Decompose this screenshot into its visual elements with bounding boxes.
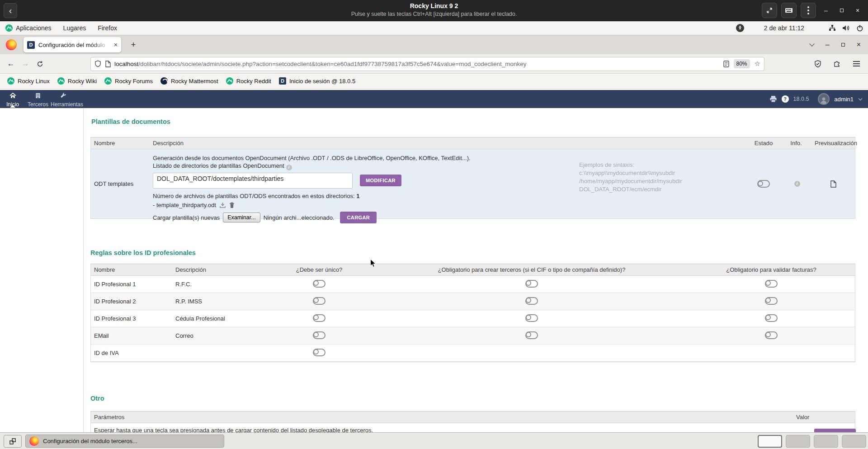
mandatory-invoice-toggle-off[interactable] — [765, 331, 778, 339]
status-toggle-off[interactable] — [757, 180, 770, 188]
user-avatar[interactable] — [818, 93, 830, 105]
protections-shield-check-icon[interactable] — [814, 60, 821, 68]
workspace-2[interactable] — [786, 435, 810, 448]
menu-item-thirdparties[interactable]: Terceros — [25, 90, 51, 108]
col-header-info: Info. — [781, 140, 811, 147]
syntax-line: /home/myapp/mydocumentdir/mysubdir — [579, 177, 682, 185]
bookmark-rocky-linux[interactable]: Rocky Linux — [7, 77, 50, 85]
workspace-1[interactable] — [758, 435, 782, 448]
help-icon[interactable]: ? — [782, 95, 789, 103]
col-header-parametros: Parámetros — [91, 414, 793, 421]
rocky-distro-icon — [5, 24, 13, 32]
page-info-icon[interactable] — [105, 61, 111, 67]
mandatory-invoice-toggle-off[interactable] — [765, 314, 778, 322]
accessibility-icon[interactable] — [736, 24, 744, 32]
module-info-icon[interactable]: i — [794, 181, 800, 187]
list-tabs-chevron-icon[interactable] — [809, 41, 814, 46]
browse-file-button[interactable]: Examinar... — [223, 213, 260, 222]
zoom-level-badge[interactable]: 80% — [734, 59, 750, 68]
home-icon — [9, 93, 16, 99]
firefox-logo-icon — [6, 39, 17, 50]
bookmark-star-icon[interactable]: ☆ — [755, 60, 760, 68]
mandatory-invoice-toggle-off[interactable] — [765, 280, 778, 288]
new-tab-button[interactable]: + — [127, 40, 139, 50]
reload-button[interactable] — [33, 57, 47, 71]
bookmark-dolibarr-login[interactable]: D Inicio de sesión @ 18.0.5 — [279, 77, 355, 85]
trash-icon[interactable] — [229, 202, 235, 208]
left-sidebar-divider — [83, 108, 84, 432]
mandatory-invoice-toggle-off[interactable] — [765, 297, 778, 305]
vm-maximize-button[interactable] — [836, 3, 848, 18]
places-menu[interactable]: Lugares — [63, 24, 86, 32]
mandatory-create-toggle-off[interactable] — [525, 314, 538, 322]
volume-icon[interactable] — [842, 24, 850, 32]
upload-button[interactable]: CARGAR — [340, 212, 377, 223]
bookmark-rocky-forums[interactable]: Rocky Forums — [104, 77, 153, 85]
clock[interactable]: 2 de abr 11:12 — [764, 24, 804, 32]
fullscreen-button[interactable] — [762, 3, 777, 18]
bookmark-rocky-wiki[interactable]: Rocky Wiki — [57, 77, 97, 85]
forward-button[interactable]: → — [18, 57, 33, 71]
vm-minimize-button[interactable]: – — [820, 3, 832, 18]
extensions-icon[interactable] — [834, 60, 841, 67]
modify-button[interactable]: MODIFICAR — [814, 429, 856, 432]
taskbar-window-button[interactable]: Configuración del módulo terceros... — [25, 435, 224, 448]
app-menu-icon[interactable] — [853, 61, 860, 66]
url-bar[interactable]: localhost/dolibarr/htdocs/societe/admin/… — [90, 57, 764, 71]
syntax-line: c:\\myapp\\mydocumentdir\\mysubdir — [579, 169, 682, 177]
odt-directories-input[interactable] — [153, 173, 353, 189]
unique-toggle-off[interactable] — [313, 314, 326, 322]
col-header-nombre: Nombre — [91, 140, 150, 147]
page-content: Plantillas de documentos Nombre Descripc… — [0, 108, 868, 432]
mandatory-create-toggle-off[interactable] — [525, 331, 538, 339]
wrench-icon — [60, 92, 66, 99]
virtual-keyboard-button[interactable] — [781, 3, 797, 18]
show-desktop-button[interactable] — [4, 435, 22, 448]
unique-toggle-off[interactable] — [313, 297, 326, 305]
browser-close-button[interactable]: × — [857, 41, 861, 49]
logged-user-label[interactable]: admin1 — [834, 96, 854, 103]
browser-minimize-button[interactable]: – — [826, 41, 830, 49]
bookmark-rocky-mattermost[interactable]: Rocky Mattermost — [160, 77, 218, 85]
vm-menu-button[interactable] — [801, 3, 816, 18]
tab-close-icon[interactable]: × — [114, 41, 118, 48]
back-button[interactable]: ← — [4, 57, 18, 71]
menu-item-tools[interactable]: Herramientas — [51, 90, 76, 108]
network-icon[interactable] — [829, 24, 836, 32]
vm-close-button[interactable]: × — [852, 3, 863, 18]
tracking-shield-icon[interactable] — [94, 60, 101, 67]
col-header-mandatory-create: ¿Obligatorio para crear terceros (si el … — [376, 266, 688, 273]
browser-maximize-button[interactable] — [841, 43, 845, 47]
modify-button[interactable]: MODIFICAR — [360, 175, 401, 186]
unique-toggle-off[interactable] — [313, 349, 326, 356]
unique-toggle-off[interactable] — [313, 280, 326, 288]
info-tooltip-icon[interactable]: i — [286, 165, 292, 170]
url-text[interactable]: localhost/dolibarr/htdocs/societe/admin/… — [114, 61, 723, 67]
user-menu-chevron-icon[interactable] — [859, 97, 862, 100]
profid-name: ID Profesional 3 — [91, 315, 172, 322]
workspace-4[interactable] — [842, 435, 866, 448]
print-icon[interactable] — [769, 95, 777, 103]
col-header-nombre: Nombre — [91, 266, 172, 273]
odt-templates-row: ODT templates Generación desde los docum… — [91, 149, 855, 218]
power-icon[interactable] — [856, 24, 863, 32]
menu-item-home[interactable]: Inicio — [0, 90, 25, 108]
browser-tab[interactable]: D Configuración del módulo × — [24, 37, 121, 52]
windows-icon — [9, 438, 16, 445]
reader-mode-icon[interactable] — [723, 61, 729, 67]
col-header-unique: ¿Debe ser único? — [263, 266, 376, 273]
applications-menu[interactable]: Aplicaciones — [5, 24, 52, 32]
active-app-menu[interactable]: Firefox — [98, 24, 117, 32]
unique-toggle-off[interactable] — [313, 331, 326, 339]
gnome-top-bar: Aplicaciones Lugares Firefox 2 de abr 11… — [0, 21, 868, 35]
templates-table: Nombre Descripción Estado Info. Previsua… — [90, 137, 855, 219]
mandatory-create-toggle-off[interactable] — [525, 297, 538, 305]
bookmark-rocky-reddit[interactable]: Rocky Reddit — [226, 77, 271, 85]
mandatory-create-toggle-off[interactable] — [525, 280, 538, 288]
download-icon[interactable] — [220, 202, 226, 208]
upload-new-template-label: Cargar plantilla(s) nuevas — [153, 214, 220, 221]
bookmark-label: Rocky Forums — [115, 78, 153, 85]
preview-document-icon[interactable] — [830, 180, 836, 188]
rocky-bookmark-icon — [7, 77, 14, 85]
workspace-3[interactable] — [814, 435, 838, 448]
